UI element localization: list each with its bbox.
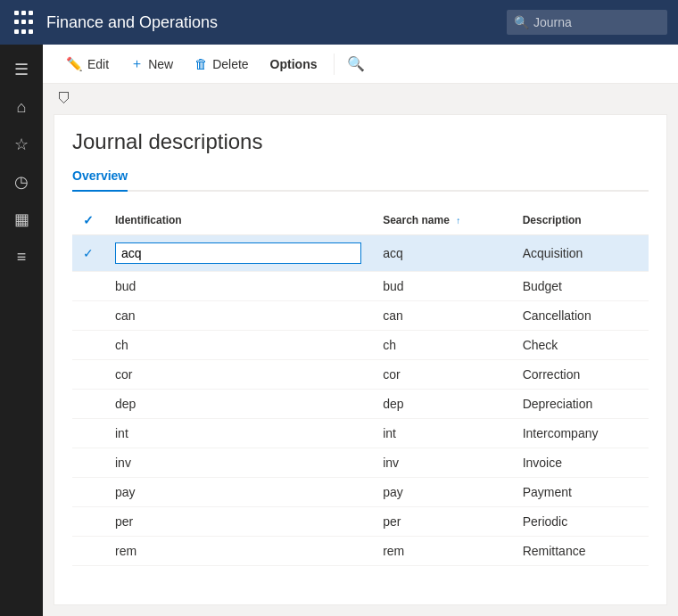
row-search-name-cell: pay: [372, 478, 512, 507]
sidebar-home-item[interactable]: ⌂: [4, 89, 39, 125]
row-identification-cell: int: [104, 419, 372, 448]
row-search-name-cell: ch: [372, 331, 512, 360]
main-layout: ☰ ⌂ ☆ ◷ ▦ ≡ ✏️ Edit ＋ New: [0, 45, 678, 616]
sidebar-list-item[interactable]: ≡: [4, 239, 39, 275]
new-button[interactable]: ＋ New: [121, 50, 182, 78]
table-row[interactable]: remremRemittance: [72, 537, 649, 566]
tabs-container: Overview: [72, 161, 649, 192]
row-description-cell: Remittance: [512, 537, 649, 566]
tab-overview[interactable]: Overview: [72, 161, 128, 192]
recent-icon: ◷: [14, 172, 29, 192]
row-identification-cell[interactable]: [104, 235, 372, 272]
row-search-name-cell: rem: [372, 537, 512, 566]
toolbar-divider: [334, 53, 335, 75]
table-row[interactable]: intintIntercompany: [72, 419, 649, 448]
sidebar-hamburger-item[interactable]: ☰: [4, 52, 39, 87]
row-identification-cell: per: [104, 507, 372, 537]
page-content: Journal descriptions Overview ✓: [54, 114, 667, 605]
app-title: Finance and Operations: [46, 13, 507, 32]
row-identification-cell: cor: [104, 360, 372, 390]
apps-grid-icon[interactable]: [11, 10, 36, 35]
content-area: ✏️ Edit ＋ New 🗑 Delete Options 🔍 ⛉: [43, 45, 678, 616]
top-navigation-bar: Finance and Operations 🔍: [0, 0, 678, 45]
row-description-cell: Cancellation: [512, 301, 649, 331]
row-identification-cell: ch: [104, 331, 372, 360]
row-identification-cell: bud: [104, 272, 372, 301]
table-row[interactable]: perperPeriodic: [72, 507, 649, 537]
table-header-row: ✓ Identification Search name ↑ Descripti…: [72, 206, 649, 235]
row-description-cell: Intercompany: [512, 419, 649, 448]
filter-icon[interactable]: ⛉: [57, 91, 71, 107]
row-description-cell: Invoice: [512, 448, 649, 478]
row-checkbox-cell: [72, 507, 104, 537]
row-checkbox-cell: [72, 419, 104, 448]
col-identification: Identification: [104, 206, 372, 235]
table-row[interactable]: budbudBudget: [72, 272, 649, 301]
journal-descriptions-table: ✓ Identification Search name ↑ Descripti…: [72, 206, 649, 566]
row-checkbox-cell: [72, 448, 104, 478]
row-description-cell: Depreciation: [512, 390, 649, 419]
row-identification-cell: inv: [104, 448, 372, 478]
edit-button[interactable]: ✏️ Edit: [57, 51, 118, 78]
row-search-name-cell: inv: [372, 448, 512, 478]
modules-icon: ▦: [14, 209, 29, 229]
row-checkbox-cell: [72, 360, 104, 390]
row-description-cell: Budget: [512, 272, 649, 301]
edit-icon: ✏️: [66, 56, 83, 72]
sidebar-recent-item[interactable]: ◷: [4, 164, 39, 200]
row-description-cell: Correction: [512, 360, 649, 390]
row-identification-cell: rem: [104, 537, 372, 566]
identification-input[interactable]: [115, 242, 361, 264]
table-row[interactable]: invinvInvoice: [72, 448, 649, 478]
hamburger-icon: ☰: [14, 60, 29, 79]
toolbar-search-button[interactable]: 🔍: [342, 50, 370, 78]
header-check-icon: ✓: [83, 213, 94, 227]
table-row[interactable]: corcorCorrection: [72, 360, 649, 390]
favorites-icon: ☆: [14, 135, 29, 154]
row-description-cell: Periodic: [512, 507, 649, 537]
table-row[interactable]: paypayPayment: [72, 478, 649, 507]
global-search-input[interactable]: [507, 10, 667, 35]
global-search-wrapper: 🔍: [507, 10, 667, 35]
options-button[interactable]: Options: [261, 52, 327, 77]
row-checkbox-cell: [72, 537, 104, 566]
row-description-cell: Acquisition: [512, 235, 649, 272]
table-row[interactable]: depdepDepreciation: [72, 390, 649, 419]
home-icon: ⌂: [17, 98, 27, 117]
row-checkbox-cell: [72, 331, 104, 360]
col-search-name[interactable]: Search name ↑: [372, 206, 512, 235]
action-toolbar: ✏️ Edit ＋ New 🗑 Delete Options 🔍: [43, 45, 678, 84]
col-checkbox: ✓: [72, 206, 104, 235]
row-search-name-cell: cor: [372, 360, 512, 390]
global-search-icon: 🔍: [514, 15, 529, 29]
delete-icon: 🗑: [194, 56, 208, 71]
row-identification-cell: pay: [104, 478, 372, 507]
row-check-icon: ✓: [83, 246, 94, 260]
table-row[interactable]: cancanCancellation: [72, 301, 649, 331]
row-checkbox-cell: [72, 301, 104, 331]
search-icon: 🔍: [347, 56, 365, 71]
filter-bar: ⛉: [43, 84, 678, 114]
row-description-cell: Check: [512, 331, 649, 360]
table-row[interactable]: ✓acqAcquisition: [72, 235, 649, 272]
sidebar-modules-item[interactable]: ▦: [4, 201, 39, 237]
row-checkbox-cell: [72, 272, 104, 301]
row-checkbox-cell: ✓: [72, 235, 104, 272]
row-description-cell: Payment: [512, 478, 649, 507]
add-icon: ＋: [130, 55, 144, 72]
row-search-name-cell: int: [372, 419, 512, 448]
row-search-name-cell: per: [372, 507, 512, 537]
row-search-name-cell: dep: [372, 390, 512, 419]
row-search-name-cell: can: [372, 301, 512, 331]
sidebar-favorites-item[interactable]: ☆: [4, 127, 39, 162]
list-icon: ≡: [17, 248, 27, 267]
sort-arrow-icon: ↑: [456, 216, 460, 226]
row-search-name-cell: acq: [372, 235, 512, 272]
col-description: Description: [512, 206, 649, 235]
table-row[interactable]: chchCheck: [72, 331, 649, 360]
row-identification-cell: dep: [104, 390, 372, 419]
row-search-name-cell: bud: [372, 272, 512, 301]
row-checkbox-cell: [72, 478, 104, 507]
row-identification-cell: can: [104, 301, 372, 331]
delete-button[interactable]: 🗑 Delete: [186, 51, 257, 77]
